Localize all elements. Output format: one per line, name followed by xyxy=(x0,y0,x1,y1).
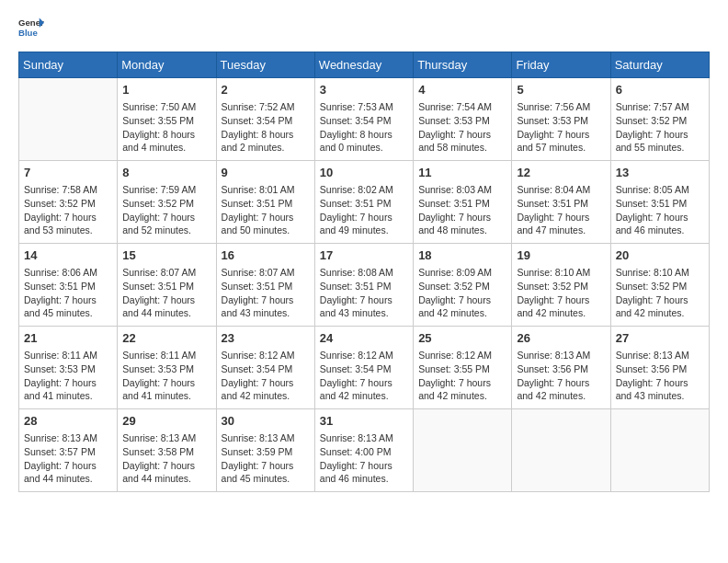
sunset: Sunset: 3:52 PM xyxy=(517,281,588,292)
sunset: Sunset: 3:53 PM xyxy=(122,363,194,374)
calendar-cell xyxy=(19,78,118,161)
sunrise: Sunrise: 8:06 AM xyxy=(24,267,97,278)
calendar-table: SundayMondayTuesdayWednesdayThursdayFrid… xyxy=(18,52,710,492)
day-number: 23 xyxy=(222,330,310,347)
calendar-cell xyxy=(610,409,709,492)
sunrise: Sunrise: 7:56 AM xyxy=(517,101,590,112)
weekday-header-monday: Monday xyxy=(118,52,216,78)
calendar-cell: 4Sunrise: 7:54 AMSunset: 3:53 PMDaylight… xyxy=(414,78,512,161)
sunset: Sunset: 3:54 PM xyxy=(320,363,392,374)
sunrise: Sunrise: 7:54 AM xyxy=(418,101,492,112)
day-number: 7 xyxy=(24,165,112,181)
sunset: Sunset: 4:00 PM xyxy=(320,446,392,457)
calendar-cell: 28Sunrise: 8:13 AMSunset: 3:57 PMDayligh… xyxy=(19,409,118,492)
sunrise: Sunrise: 7:50 AM xyxy=(122,101,196,112)
daylight-label: Daylight: 7 hours and 42 minutes. xyxy=(517,294,589,319)
sunset: Sunset: 3:53 PM xyxy=(24,363,96,374)
calendar-cell: 10Sunrise: 8:02 AMSunset: 3:51 PMDayligh… xyxy=(314,161,413,244)
svg-text:Blue: Blue xyxy=(18,28,38,38)
sunset: Sunset: 3:55 PM xyxy=(122,115,194,126)
sunrise: Sunrise: 8:04 AM xyxy=(517,184,590,195)
sunrise: Sunrise: 7:57 AM xyxy=(616,101,689,112)
sunrise: Sunrise: 8:08 AM xyxy=(320,267,393,278)
calendar-cell: 23Sunrise: 8:12 AMSunset: 3:54 PMDayligh… xyxy=(216,327,314,409)
weekday-header-saturday: Saturday xyxy=(610,52,709,78)
sunrise: Sunrise: 8:13 AM xyxy=(222,432,295,443)
calendar-cell: 21Sunrise: 8:11 AMSunset: 3:53 PMDayligh… xyxy=(19,327,118,409)
calendar-cell: 22Sunrise: 8:11 AMSunset: 3:53 PMDayligh… xyxy=(118,327,216,409)
daylight-label: Daylight: 7 hours and 58 minutes. xyxy=(418,129,491,154)
calendar-cell: 12Sunrise: 8:04 AMSunset: 3:51 PMDayligh… xyxy=(512,161,610,244)
sunset: Sunset: 3:51 PM xyxy=(320,198,392,209)
calendar-cell: 26Sunrise: 8:13 AMSunset: 3:56 PMDayligh… xyxy=(512,327,610,409)
calendar-cell: 9Sunrise: 8:01 AMSunset: 3:51 PMDaylight… xyxy=(216,161,314,244)
day-number: 1 xyxy=(122,82,210,98)
calendar-cell: 6Sunrise: 7:57 AMSunset: 3:52 PMDaylight… xyxy=(610,78,709,161)
calendar-cell: 3Sunrise: 7:53 AMSunset: 3:54 PMDaylight… xyxy=(314,78,413,161)
sunrise: Sunrise: 7:52 AM xyxy=(222,101,295,112)
calendar-cell: 29Sunrise: 8:13 AMSunset: 3:58 PMDayligh… xyxy=(118,409,216,492)
calendar-cell: 19Sunrise: 8:10 AMSunset: 3:52 PMDayligh… xyxy=(512,244,610,327)
daylight-label: Daylight: 7 hours and 41 minutes. xyxy=(122,377,195,402)
daylight-label: Daylight: 7 hours and 43 minutes. xyxy=(320,294,392,319)
daylight-label: Daylight: 7 hours and 55 minutes. xyxy=(616,129,688,154)
sunset: Sunset: 3:53 PM xyxy=(517,115,588,126)
sunrise: Sunrise: 8:11 AM xyxy=(122,350,196,361)
daylight-label: Daylight: 7 hours and 41 minutes. xyxy=(24,377,97,402)
sunrise: Sunrise: 8:01 AM xyxy=(222,184,295,195)
sunset: Sunset: 3:57 PM xyxy=(24,446,96,457)
daylight-label: Daylight: 7 hours and 48 minutes. xyxy=(418,212,491,236)
daylight-label: Daylight: 7 hours and 42 minutes. xyxy=(418,294,491,319)
day-number: 19 xyxy=(517,247,605,264)
day-number: 5 xyxy=(517,82,605,98)
day-number: 12 xyxy=(517,165,605,181)
sunset: Sunset: 3:51 PM xyxy=(222,198,293,209)
calendar-week-5: 28Sunrise: 8:13 AMSunset: 3:57 PMDayligh… xyxy=(19,409,710,492)
day-number: 11 xyxy=(418,165,506,181)
day-number: 18 xyxy=(418,247,506,264)
calendar-cell: 8Sunrise: 7:59 AMSunset: 3:52 PMDaylight… xyxy=(118,161,216,244)
weekday-header-sunday: Sunday xyxy=(19,52,118,78)
day-number: 21 xyxy=(24,330,112,347)
daylight-label: Daylight: 7 hours and 42 minutes. xyxy=(320,377,392,402)
daylight-label: Daylight: 7 hours and 46 minutes. xyxy=(320,460,392,485)
calendar-cell: 2Sunrise: 7:52 AMSunset: 3:54 PMDaylight… xyxy=(216,78,314,161)
sunrise: Sunrise: 8:12 AM xyxy=(320,350,393,361)
calendar-cell: 30Sunrise: 8:13 AMSunset: 3:59 PMDayligh… xyxy=(216,409,314,492)
calendar-cell xyxy=(414,409,512,492)
sunrise: Sunrise: 8:10 AM xyxy=(517,267,590,278)
day-number: 26 xyxy=(517,330,605,347)
calendar-cell: 7Sunrise: 7:58 AMSunset: 3:52 PMDaylight… xyxy=(19,161,118,244)
day-number: 10 xyxy=(320,165,408,181)
sunrise: Sunrise: 7:58 AM xyxy=(24,184,97,195)
daylight-label: Daylight: 7 hours and 44 minutes. xyxy=(122,460,195,485)
sunrise: Sunrise: 8:13 AM xyxy=(24,432,97,443)
weekday-header-tuesday: Tuesday xyxy=(216,52,314,78)
sunset: Sunset: 3:53 PM xyxy=(418,115,490,126)
calendar-cell: 24Sunrise: 8:12 AMSunset: 3:54 PMDayligh… xyxy=(314,327,413,409)
daylight-label: Daylight: 7 hours and 50 minutes. xyxy=(222,212,294,236)
weekday-header-wednesday: Wednesday xyxy=(314,52,413,78)
sunset: Sunset: 3:58 PM xyxy=(122,446,194,457)
calendar-cell: 31Sunrise: 8:13 AMSunset: 4:00 PMDayligh… xyxy=(314,409,413,492)
day-number: 27 xyxy=(616,330,704,347)
sunset: Sunset: 3:51 PM xyxy=(122,281,194,292)
sunset: Sunset: 3:51 PM xyxy=(24,281,96,292)
calendar-week-2: 7Sunrise: 7:58 AMSunset: 3:52 PMDaylight… xyxy=(19,161,710,244)
calendar-cell xyxy=(512,409,610,492)
daylight-label: Daylight: 7 hours and 46 minutes. xyxy=(616,212,688,236)
daylight-label: Daylight: 7 hours and 57 minutes. xyxy=(517,129,589,154)
calendar-cell: 11Sunrise: 8:03 AMSunset: 3:51 PMDayligh… xyxy=(414,161,512,244)
daylight-label: Daylight: 7 hours and 49 minutes. xyxy=(320,212,392,236)
calendar-week-3: 14Sunrise: 8:06 AMSunset: 3:51 PMDayligh… xyxy=(19,244,710,327)
daylight-label: Daylight: 7 hours and 53 minutes. xyxy=(24,212,97,236)
sunset: Sunset: 3:52 PM xyxy=(616,281,688,292)
daylight-label: Daylight: 8 hours and 4 minutes. xyxy=(122,129,195,154)
calendar-cell: 5Sunrise: 7:56 AMSunset: 3:53 PMDaylight… xyxy=(512,78,610,161)
sunrise: Sunrise: 8:09 AM xyxy=(418,267,492,278)
daylight-label: Daylight: 7 hours and 45 minutes. xyxy=(24,294,97,319)
daylight-label: Daylight: 7 hours and 44 minutes. xyxy=(122,294,195,319)
calendar-cell: 27Sunrise: 8:13 AMSunset: 3:56 PMDayligh… xyxy=(610,327,709,409)
day-number: 24 xyxy=(320,330,408,347)
daylight-label: Daylight: 8 hours and 2 minutes. xyxy=(222,129,294,154)
